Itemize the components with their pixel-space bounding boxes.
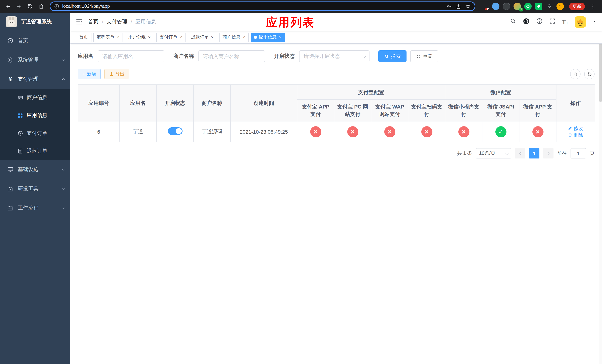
delete-link[interactable]: 删除	[568, 132, 583, 138]
extension-chat-icon[interactable]	[535, 3, 542, 10]
breadcrumb-payment[interactable]: 支付管理	[107, 19, 127, 25]
browser-reload-icon[interactable]	[25, 1, 35, 11]
caret-down-icon[interactable]	[592, 19, 597, 25]
sidebar-item-refund-order[interactable]: 退款订单	[0, 142, 70, 160]
user-avatar[interactable]	[575, 16, 586, 28]
wechat-app-status-icon	[532, 126, 543, 137]
search-button[interactable]: 搜索	[378, 50, 407, 62]
browser-menu-icon[interactable]	[588, 1, 598, 11]
toolbox-icon	[7, 186, 13, 192]
sidebar-item-infra[interactable]: 基础设施	[0, 160, 70, 179]
status-toggle[interactable]	[168, 127, 182, 135]
tab-home[interactable]: 首页	[76, 32, 91, 42]
goto-page-input[interactable]	[570, 148, 586, 159]
cell-actions: 修改 删除	[556, 121, 595, 142]
sidebar-item-app-info[interactable]: 应用信息	[0, 107, 70, 124]
reset-button[interactable]: 重置	[410, 50, 438, 62]
col-merchant: 商户名称	[194, 85, 230, 121]
sidebar-item-workflow[interactable]: 工作流程	[0, 198, 70, 218]
next-page-button[interactable]	[543, 148, 553, 159]
table-row: 6 芋道 芋道源码 2021-10-23 08:49:25	[78, 121, 595, 142]
password-key-icon[interactable]	[446, 3, 452, 9]
tab-close-icon[interactable]: ×	[116, 35, 119, 39]
breadcrumb-home[interactable]: 首页	[88, 19, 98, 25]
yen-icon: ¥	[7, 76, 13, 83]
status-select[interactable]: 请选择开启状态	[299, 50, 369, 62]
monitor-icon	[7, 167, 13, 172]
page-number-1[interactable]: 1	[529, 148, 539, 159]
col-alipay-wap: 支付宝 WAP 网站支付	[371, 99, 408, 121]
prev-page-button[interactable]	[515, 148, 525, 159]
extensions-grid-icon[interactable]: 10	[481, 3, 489, 10]
tab-app-info[interactable]: 应用信息×	[251, 32, 285, 42]
profile-avatar-icon[interactable]: 1	[514, 3, 521, 10]
navbar: 首页 / 支付管理 / 应用信息 应用列表	[70, 13, 602, 31]
tab-process-form[interactable]: 流程表单×	[93, 32, 123, 42]
extension-pin-icon[interactable]	[546, 3, 553, 10]
browser-update-button[interactable]: 更新	[569, 2, 585, 10]
bookmark-star-icon[interactable]	[465, 3, 471, 9]
extension-green-circle-icon[interactable]	[524, 3, 532, 10]
header-search-icon[interactable]	[510, 18, 516, 26]
chevron-down-icon	[62, 206, 65, 210]
chevron-up-icon	[62, 77, 65, 81]
sidebar-item-system[interactable]: 系统管理	[0, 50, 70, 70]
url-text[interactable]: localhost:1024/pay/app	[62, 4, 443, 9]
tab-pay-order[interactable]: 支付订单×	[156, 32, 186, 42]
select-caret-icon	[362, 54, 366, 58]
toggle-search-button[interactable]	[570, 69, 580, 79]
tab-close-icon[interactable]: ×	[242, 35, 246, 39]
app-name-input[interactable]	[98, 50, 164, 62]
tab-merchant-info[interactable]: 商户信息×	[219, 32, 249, 42]
tab-close-icon[interactable]: ×	[148, 35, 151, 39]
dashboard-icon	[7, 38, 13, 44]
share-icon[interactable]	[456, 3, 461, 9]
site-info-icon[interactable]	[54, 4, 59, 9]
help-icon[interactable]	[536, 18, 543, 26]
sidebar-item-payment-order[interactable]: 支付订单	[0, 124, 70, 142]
sidebar-item-payment[interactable]: ¥ 支付管理	[0, 70, 70, 89]
browser-back-icon[interactable]	[3, 1, 13, 11]
sidebar-item-dev-tools[interactable]: 研发工具	[0, 179, 70, 198]
sidebar-item-merchant-info[interactable]: 商户信息	[0, 89, 70, 107]
edit-link[interactable]: 修改	[568, 125, 583, 132]
add-button[interactable]: + 新增	[78, 69, 101, 79]
breadcrumb: 首页 / 支付管理 / 应用信息	[88, 19, 156, 25]
tab-close-icon[interactable]: ×	[211, 35, 214, 39]
tab-refund-order[interactable]: 退款订单×	[188, 32, 217, 42]
alipay-wap-status-icon	[384, 126, 395, 137]
col-group-wechat: 微信配置	[445, 85, 556, 99]
gear-icon	[7, 57, 13, 63]
github-icon[interactable]	[523, 18, 530, 26]
refresh-table-button[interactable]	[584, 69, 595, 79]
extension-face-icon[interactable]	[557, 3, 564, 10]
sidebar-item-home[interactable]: 首页	[0, 31, 70, 50]
tab-user-group[interactable]: 用户分组×	[125, 32, 154, 42]
merchant-name-input[interactable]	[198, 50, 265, 62]
tab-close-icon[interactable]: ×	[179, 35, 183, 39]
col-alipay-pc: 支付宝 PC 网站支付	[334, 99, 371, 121]
browser-home-icon[interactable]	[36, 1, 46, 11]
address-bar[interactable]: localhost:1024/pay/app	[50, 1, 475, 11]
cell-status	[156, 121, 194, 142]
logo[interactable]: 芋道管理系统	[0, 13, 70, 31]
extension-badge: 10	[485, 8, 489, 10]
sidebar-collapse-icon[interactable]	[75, 18, 83, 26]
page-content: 应用名 商户名称 开启状态 请选择开启状态 搜索	[70, 44, 602, 364]
tab-close-icon[interactable]: ×	[279, 35, 282, 39]
export-button[interactable]: 导出	[104, 69, 129, 79]
chevron-down-icon	[62, 168, 65, 171]
pagination-total: 共 1 条	[457, 150, 472, 157]
browser-forward-icon[interactable]	[14, 1, 24, 11]
page-scrollbar[interactable]	[599, 13, 602, 364]
font-size-icon[interactable]: TT	[562, 19, 568, 25]
download-icon	[109, 72, 114, 76]
page-size-select[interactable]: 10条/页	[476, 148, 511, 159]
refresh-icon	[587, 72, 592, 76]
alipay-pc-status-icon	[347, 126, 358, 137]
extension-blue-icon[interactable]	[492, 3, 499, 10]
col-wechat-mini: 微信小程序支付	[445, 99, 482, 121]
extension-dark-icon[interactable]	[503, 3, 510, 10]
breadcrumb-separator: /	[102, 19, 103, 25]
fullscreen-icon[interactable]	[549, 18, 556, 26]
